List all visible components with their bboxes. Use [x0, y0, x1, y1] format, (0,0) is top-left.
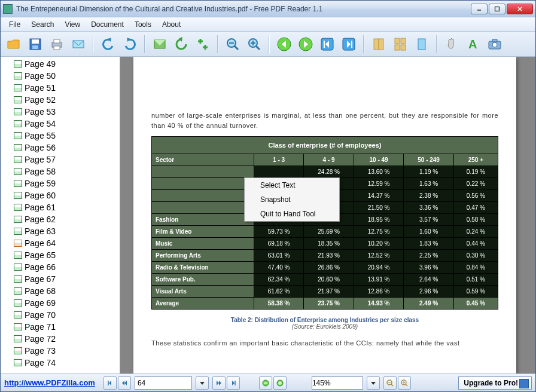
table-row: Visual Arts61.62 %21.97 %12.86 %2.96 %0.…: [152, 286, 498, 298]
value-cell: 3.57 %: [404, 214, 453, 226]
single-page-button[interactable]: [369, 35, 388, 54]
page-label: Page 74: [25, 358, 56, 368]
sidebar-page-item[interactable]: Page 61: [1, 201, 120, 213]
sidebar-page-item[interactable]: Page 60: [1, 189, 120, 201]
table-row: Software Pub.62.34 %20.60 %13.91 %2.64 %…: [152, 274, 498, 286]
sidebar-page-item[interactable]: Page 52: [1, 94, 120, 106]
sidebar-page-item[interactable]: Page 70: [1, 309, 120, 321]
sidebar-page-item[interactable]: Page 71: [1, 321, 120, 333]
page-label: Page 56: [25, 143, 56, 152]
zoom-out-button[interactable]: [223, 35, 242, 54]
page-label: Page 62: [25, 215, 56, 224]
sidebar-page-item[interactable]: Page 74: [1, 357, 120, 369]
sidebar-page-item[interactable]: Page 67: [1, 273, 120, 285]
page-sidebar[interactable]: Page 49Page 50Page 51Page 52Page 53Page …: [1, 57, 120, 373]
sidebar-page-item[interactable]: Page 53: [1, 106, 120, 118]
continuous-page-button[interactable]: [391, 35, 410, 54]
sidebar-page-item[interactable]: Page 57: [1, 154, 120, 166]
table-row: 24.28 %13.60 %1.19 %0.19 %: [152, 166, 498, 178]
menu-tools[interactable]: Tools: [130, 19, 156, 30]
sidebar-page-item[interactable]: Page 55: [1, 130, 120, 142]
value-cell: 24.28 %: [304, 166, 354, 178]
context-menu-item[interactable]: Snapshot: [245, 192, 339, 207]
hand-tool-button[interactable]: [442, 35, 461, 54]
value-cell: 0.22 %: [453, 178, 498, 190]
sidebar-page-item[interactable]: Page 50: [1, 70, 120, 82]
nav-prev-button[interactable]: [118, 376, 131, 390]
value-cell: 2.96 %: [404, 286, 453, 298]
page-dropdown-button[interactable]: [196, 376, 209, 390]
sidebar-page-item[interactable]: Page 62: [1, 213, 120, 225]
value-cell: 0.24 %: [453, 226, 498, 238]
zoom-out-mag-button[interactable]: [383, 376, 397, 390]
page-label: Page 49: [25, 59, 56, 69]
menu-search[interactable]: Search: [26, 19, 59, 30]
nav-first-button[interactable]: [103, 376, 117, 390]
undo-button[interactable]: [99, 35, 118, 54]
snapshot-button[interactable]: [150, 35, 169, 54]
page-icon: [14, 252, 22, 259]
rotate-right-button[interactable]: [193, 35, 212, 54]
menu-file[interactable]: File: [4, 19, 25, 30]
save-button[interactable]: [26, 35, 45, 54]
svg-rect-27: [395, 38, 400, 44]
zoom-in-mag-button[interactable]: [398, 376, 411, 390]
text-select-button[interactable]: A: [464, 35, 483, 54]
menu-about[interactable]: About: [157, 19, 185, 30]
sidebar-page-item[interactable]: Page 56: [1, 142, 120, 154]
redo-button[interactable]: [120, 35, 139, 54]
rotate-left-button[interactable]: [172, 35, 191, 54]
value-cell: 2.64 %: [404, 274, 453, 286]
value-cell: 14.37 %: [354, 190, 403, 202]
sidebar-page-item[interactable]: Page 64: [1, 237, 120, 249]
value-cell: 1.63 %: [404, 178, 453, 190]
menu-view[interactable]: View: [60, 19, 85, 30]
context-menu-item[interactable]: Quit to Hand Tool: [245, 207, 339, 221]
open-button[interactable]: [4, 35, 23, 54]
minimize-button[interactable]: [471, 4, 488, 14]
average-value: 14.93 %: [354, 298, 403, 310]
sidebar-page-item[interactable]: Page 73: [1, 345, 120, 357]
menu-document[interactable]: Document: [86, 19, 129, 30]
upgrade-button[interactable]: Upgrade to Pro!: [458, 376, 532, 390]
zoom-select[interactable]: [312, 376, 363, 390]
camera-button[interactable]: [485, 35, 504, 54]
sidebar-page-item[interactable]: Page 63: [1, 225, 120, 237]
print-button[interactable]: [47, 35, 66, 54]
sidebar-page-item[interactable]: Page 51: [1, 82, 120, 94]
zoom-out-small-button[interactable]: [259, 376, 272, 390]
sidebar-page-item[interactable]: Page 54: [1, 118, 120, 130]
nav-last-button[interactable]: [227, 376, 240, 390]
last-page-button[interactable]: [339, 35, 358, 54]
page-icon: [14, 311, 22, 318]
page-number-input[interactable]: [135, 376, 192, 390]
sector-cell: Performing Arts: [152, 250, 254, 262]
zoom-dropdown-button[interactable]: [367, 376, 380, 390]
table-row: Film & Video59.73 %25.69 %12.75 %1.60 %0…: [152, 226, 498, 238]
zoom-in-button[interactable]: [245, 35, 264, 54]
maximize-button[interactable]: [489, 4, 505, 14]
svg-text:A: A: [468, 38, 477, 51]
facing-page-button[interactable]: [412, 35, 431, 54]
value-cell: 0.44 %: [453, 238, 498, 250]
sidebar-page-item[interactable]: Page 58: [1, 166, 120, 177]
prev-page-button[interactable]: [275, 35, 294, 54]
sidebar-page-item[interactable]: Page 68: [1, 285, 120, 297]
sidebar-page-item[interactable]: Page 65: [1, 249, 120, 261]
context-menu-item[interactable]: Select Text: [245, 178, 339, 192]
vendor-link[interactable]: http://www.PDFZilla.com: [4, 378, 95, 387]
zoom-in-small-button[interactable]: [273, 376, 287, 390]
sidebar-page-item[interactable]: Page 66: [1, 261, 120, 273]
value-cell: 1.60 %: [404, 226, 453, 238]
sidebar-page-item[interactable]: Page 69: [1, 297, 120, 309]
next-page-button[interactable]: [296, 35, 315, 54]
page-label: Page 51: [25, 83, 56, 93]
close-button[interactable]: [507, 4, 533, 14]
sidebar-page-item[interactable]: Page 59: [1, 177, 120, 189]
first-page-button[interactable]: [318, 35, 337, 54]
sidebar-page-item[interactable]: Page 49: [1, 58, 120, 70]
nav-next-button[interactable]: [212, 376, 226, 390]
statusbar: http://www.PDFZilla.com Upgrade to Pro!: [1, 373, 535, 391]
sidebar-page-item[interactable]: Page 72: [1, 333, 120, 345]
email-button[interactable]: [69, 35, 88, 54]
